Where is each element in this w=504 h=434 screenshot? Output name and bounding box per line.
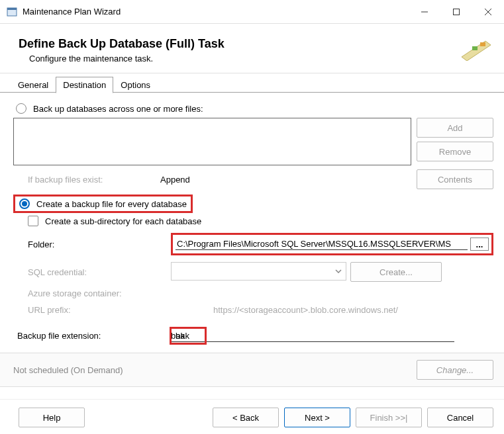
cancel-button[interactable]: Cancel	[427, 408, 493, 427]
option-files-label: Back up databases across one or more fil…	[33, 104, 203, 114]
finish-button[interactable]: Finish >>|	[356, 408, 422, 427]
schedule-bar: Not scheduled (On Demand) Change...	[0, 353, 504, 387]
highlight-every-db: Create a backup file for every database	[13, 195, 193, 213]
files-area: Add Remove	[13, 118, 493, 165]
chevron-down-icon	[335, 269, 342, 273]
sql-credential-dropdown[interactable]	[171, 262, 346, 281]
close-button[interactable]	[481, 5, 495, 19]
window-title: Maintenance Plan Wizard	[23, 7, 418, 17]
minimize-button[interactable]	[418, 5, 431, 19]
help-button[interactable]: Help	[19, 408, 85, 427]
azure-container-label: Azure storage container:	[28, 288, 171, 298]
option-every-row[interactable]: Create a backup file for every database	[19, 198, 187, 209]
next-button[interactable]: Next >	[284, 408, 350, 427]
svg-rect-7	[472, 46, 478, 50]
tab-options[interactable]: Options	[113, 77, 158, 93]
url-prefix-value: https://<storageaccount>.blob.core.windo…	[213, 305, 493, 315]
titlebar: Maintenance Plan Wizard	[0, 0, 504, 24]
checkbox-subdir[interactable]	[28, 216, 38, 226]
option-files-row[interactable]: Back up databases across one or more fil…	[16, 103, 493, 114]
schedule-text: Not scheduled (On Demand)	[13, 365, 417, 375]
radio-every-db[interactable]	[19, 198, 30, 209]
add-button[interactable]: Add	[417, 118, 493, 138]
back-button[interactable]: < Back	[213, 408, 279, 427]
svg-marker-6	[462, 41, 491, 61]
if-exist-label: If backup files exist:	[28, 175, 160, 185]
remove-button[interactable]: Remove	[417, 142, 493, 161]
radio-files[interactable]	[16, 103, 26, 114]
folder-label: Folder:	[28, 239, 171, 249]
sql-credential-label: SQL credential:	[28, 267, 171, 277]
highlight-folder: ...	[171, 233, 493, 255]
svg-rect-3	[454, 9, 460, 15]
header-graphic-icon	[459, 37, 491, 61]
subdir-label: Create a sub-directory for each database	[45, 216, 201, 226]
change-schedule-button[interactable]: Change...	[417, 360, 493, 380]
app-icon	[7, 7, 17, 17]
folder-input[interactable]	[176, 238, 468, 250]
page-subtitle: Configure the maintenance task.	[29, 54, 459, 64]
url-prefix-label: URL prefix:	[28, 305, 213, 315]
contents-button[interactable]: Contents	[417, 169, 493, 189]
files-listbox[interactable]	[13, 118, 411, 165]
extension-label: Backup file extension:	[17, 331, 170, 341]
svg-rect-1	[7, 8, 17, 10]
browse-button[interactable]: ...	[470, 238, 489, 251]
tab-content: Back up databases across one or more fil…	[0, 93, 504, 345]
tab-destination[interactable]: Destination	[56, 77, 113, 93]
maximize-button[interactable]	[450, 5, 463, 19]
tab-strip: General Destination Options	[0, 76, 504, 93]
wizard-header: Define Back Up Database (Full) Task Conf…	[0, 28, 504, 73]
if-exist-value[interactable]: Append	[160, 175, 417, 185]
window-controls	[418, 5, 495, 19]
create-credential-button[interactable]: Create...	[350, 262, 442, 282]
extension-input[interactable]	[170, 330, 454, 342]
extension-value-box: bak	[176, 331, 189, 341]
footer: Help < Back Next > Finish >>| Cancel	[0, 399, 504, 434]
subdir-row[interactable]: Create a sub-directory for each database	[28, 216, 493, 226]
highlight-extension: bak	[170, 327, 207, 345]
page-title: Define Back Up Database (Full) Task	[19, 37, 459, 51]
tab-general[interactable]: General	[11, 77, 56, 93]
svg-rect-8	[480, 42, 485, 46]
option-every-label: Create a backup file for every database	[36, 199, 187, 209]
